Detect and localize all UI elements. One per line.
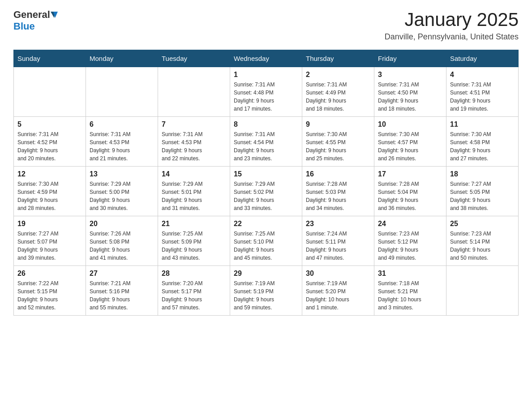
day-info: Sunrise: 7:22 AM Sunset: 5:15 PM Dayligh… — [17, 279, 82, 312]
day-number: 25 — [450, 220, 515, 228]
day-number: 27 — [90, 270, 154, 278]
day-info: Sunrise: 7:26 AM Sunset: 5:08 PM Dayligh… — [90, 230, 154, 262]
day-info: Sunrise: 7:31 AM Sunset: 4:53 PM Dayligh… — [162, 130, 226, 163]
calendar-week-row: 5Sunrise: 7:31 AM Sunset: 4:52 PM Daylig… — [14, 117, 519, 167]
day-info: Sunrise: 7:30 AM Sunset: 4:59 PM Dayligh… — [17, 180, 82, 212]
logo-arrow-icon — [50, 12, 58, 18]
calendar-cell: 3Sunrise: 7:31 AM Sunset: 4:50 PM Daylig… — [374, 67, 446, 117]
day-info: Sunrise: 7:31 AM Sunset: 4:54 PM Dayligh… — [234, 130, 298, 163]
day-info: Sunrise: 7:23 AM Sunset: 5:14 PM Dayligh… — [450, 230, 515, 262]
logo-blue-text: Blue — [13, 21, 35, 32]
calendar-cell: 5Sunrise: 7:31 AM Sunset: 4:52 PM Daylig… — [14, 117, 86, 167]
calendar-cell: 7Sunrise: 7:31 AM Sunset: 4:53 PM Daylig… — [158, 117, 230, 167]
day-number: 14 — [162, 170, 226, 178]
day-number: 6 — [90, 120, 154, 128]
calendar-cell: 31Sunrise: 7:18 AM Sunset: 5:21 PM Dayli… — [374, 266, 446, 316]
calendar-cell: 19Sunrise: 7:27 AM Sunset: 5:07 PM Dayli… — [14, 216, 86, 266]
calendar-cell: 1Sunrise: 7:31 AM Sunset: 4:48 PM Daylig… — [230, 67, 302, 117]
day-info: Sunrise: 7:24 AM Sunset: 5:11 PM Dayligh… — [306, 230, 370, 262]
day-number: 24 — [378, 220, 442, 228]
day-info: Sunrise: 7:20 AM Sunset: 5:17 PM Dayligh… — [162, 279, 226, 312]
day-info: Sunrise: 7:21 AM Sunset: 5:16 PM Dayligh… — [90, 279, 154, 312]
calendar-cell: 30Sunrise: 7:19 AM Sunset: 5:20 PM Dayli… — [302, 266, 374, 316]
calendar-header-thursday: Thursday — [302, 50, 374, 67]
calendar-cell: 9Sunrise: 7:30 AM Sunset: 4:55 PM Daylig… — [302, 117, 374, 167]
day-number: 22 — [234, 220, 298, 228]
calendar-header-monday: Monday — [86, 50, 158, 67]
calendar-cell: 4Sunrise: 7:31 AM Sunset: 4:51 PM Daylig… — [446, 67, 519, 117]
calendar-cell: 10Sunrise: 7:30 AM Sunset: 4:57 PM Dayli… — [374, 117, 446, 167]
day-info: Sunrise: 7:25 AM Sunset: 5:10 PM Dayligh… — [234, 230, 298, 262]
calendar-cell: 8Sunrise: 7:31 AM Sunset: 4:54 PM Daylig… — [230, 117, 302, 167]
day-number: 28 — [162, 270, 226, 278]
day-info: Sunrise: 7:25 AM Sunset: 5:09 PM Dayligh… — [162, 230, 226, 262]
day-number: 23 — [306, 220, 370, 228]
calendar-week-row: 12Sunrise: 7:30 AM Sunset: 4:59 PM Dayli… — [14, 167, 519, 216]
day-info: Sunrise: 7:31 AM Sunset: 4:53 PM Dayligh… — [90, 130, 154, 163]
day-number: 19 — [17, 220, 82, 228]
calendar-header-sunday: Sunday — [14, 50, 86, 67]
day-number: 31 — [378, 270, 442, 278]
calendar-cell: 27Sunrise: 7:21 AM Sunset: 5:16 PM Dayli… — [86, 266, 158, 316]
day-info: Sunrise: 7:29 AM Sunset: 5:02 PM Dayligh… — [234, 180, 298, 212]
month-title: January 2025 — [385, 9, 519, 30]
location-title: Danville, Pennsylvania, United States — [385, 32, 519, 42]
day-info: Sunrise: 7:28 AM Sunset: 5:03 PM Dayligh… — [306, 180, 370, 212]
day-number: 12 — [17, 170, 82, 178]
day-number: 17 — [378, 170, 442, 178]
day-info: Sunrise: 7:30 AM Sunset: 4:58 PM Dayligh… — [450, 130, 515, 163]
calendar-table: SundayMondayTuesdayWednesdayThursdayFrid… — [13, 50, 519, 316]
day-info: Sunrise: 7:30 AM Sunset: 4:57 PM Dayligh… — [378, 130, 442, 163]
day-number: 5 — [17, 120, 82, 128]
calendar-cell: 26Sunrise: 7:22 AM Sunset: 5:15 PM Dayli… — [14, 266, 86, 316]
day-info: Sunrise: 7:27 AM Sunset: 5:05 PM Dayligh… — [450, 180, 515, 212]
calendar-cell — [158, 67, 230, 117]
day-number: 16 — [306, 170, 370, 178]
day-info: Sunrise: 7:23 AM Sunset: 5:12 PM Dayligh… — [378, 230, 442, 262]
calendar-cell — [446, 266, 519, 316]
day-number: 29 — [234, 270, 298, 278]
calendar-cell: 22Sunrise: 7:25 AM Sunset: 5:10 PM Dayli… — [230, 216, 302, 266]
calendar-week-row: 26Sunrise: 7:22 AM Sunset: 5:15 PM Dayli… — [14, 266, 519, 316]
day-info: Sunrise: 7:31 AM Sunset: 4:48 PM Dayligh… — [234, 81, 298, 113]
calendar-cell: 17Sunrise: 7:28 AM Sunset: 5:04 PM Dayli… — [374, 167, 446, 216]
calendar-cell: 25Sunrise: 7:23 AM Sunset: 5:14 PM Dayli… — [446, 216, 519, 266]
logo: General Blue — [13, 9, 58, 32]
day-number: 1 — [234, 71, 298, 79]
calendar-cell: 6Sunrise: 7:31 AM Sunset: 4:53 PM Daylig… — [86, 117, 158, 167]
calendar-header-row: SundayMondayTuesdayWednesdayThursdayFrid… — [14, 50, 519, 67]
calendar-cell: 13Sunrise: 7:29 AM Sunset: 5:00 PM Dayli… — [86, 167, 158, 216]
day-number: 20 — [90, 220, 154, 228]
day-info: Sunrise: 7:29 AM Sunset: 5:00 PM Dayligh… — [90, 180, 154, 212]
calendar-cell: 24Sunrise: 7:23 AM Sunset: 5:12 PM Dayli… — [374, 216, 446, 266]
day-number: 26 — [17, 270, 82, 278]
calendar-cell: 23Sunrise: 7:24 AM Sunset: 5:11 PM Dayli… — [302, 216, 374, 266]
calendar-cell: 14Sunrise: 7:29 AM Sunset: 5:01 PM Dayli… — [158, 167, 230, 216]
calendar-cell: 20Sunrise: 7:26 AM Sunset: 5:08 PM Dayli… — [86, 216, 158, 266]
calendar-cell: 18Sunrise: 7:27 AM Sunset: 5:05 PM Dayli… — [446, 167, 519, 216]
day-number: 13 — [90, 170, 154, 178]
day-info: Sunrise: 7:27 AM Sunset: 5:07 PM Dayligh… — [17, 230, 82, 262]
calendar-cell: 16Sunrise: 7:28 AM Sunset: 5:03 PM Dayli… — [302, 167, 374, 216]
calendar-cell: 21Sunrise: 7:25 AM Sunset: 5:09 PM Dayli… — [158, 216, 230, 266]
calendar-cell: 12Sunrise: 7:30 AM Sunset: 4:59 PM Dayli… — [14, 167, 86, 216]
day-info: Sunrise: 7:31 AM Sunset: 4:51 PM Dayligh… — [450, 81, 515, 113]
calendar-cell: 29Sunrise: 7:19 AM Sunset: 5:19 PM Dayli… — [230, 266, 302, 316]
day-number: 8 — [234, 120, 298, 128]
day-info: Sunrise: 7:19 AM Sunset: 5:19 PM Dayligh… — [234, 279, 298, 312]
day-number: 7 — [162, 120, 226, 128]
title-section: January 2025 Danville, Pennsylvania, Uni… — [385, 9, 519, 42]
day-info: Sunrise: 7:19 AM Sunset: 5:20 PM Dayligh… — [306, 279, 370, 312]
day-info: Sunrise: 7:31 AM Sunset: 4:50 PM Dayligh… — [378, 81, 442, 113]
day-info: Sunrise: 7:28 AM Sunset: 5:04 PM Dayligh… — [378, 180, 442, 212]
calendar-cell — [86, 67, 158, 117]
calendar-week-row: 19Sunrise: 7:27 AM Sunset: 5:07 PM Dayli… — [14, 216, 519, 266]
calendar-cell: 15Sunrise: 7:29 AM Sunset: 5:02 PM Dayli… — [230, 167, 302, 216]
calendar-cell: 11Sunrise: 7:30 AM Sunset: 4:58 PM Dayli… — [446, 117, 519, 167]
day-number: 15 — [234, 170, 298, 178]
day-number: 21 — [162, 220, 226, 228]
day-number: 3 — [378, 71, 442, 79]
calendar-header-tuesday: Tuesday — [158, 50, 230, 67]
day-info: Sunrise: 7:18 AM Sunset: 5:21 PM Dayligh… — [378, 279, 442, 312]
day-info: Sunrise: 7:29 AM Sunset: 5:01 PM Dayligh… — [162, 180, 226, 212]
